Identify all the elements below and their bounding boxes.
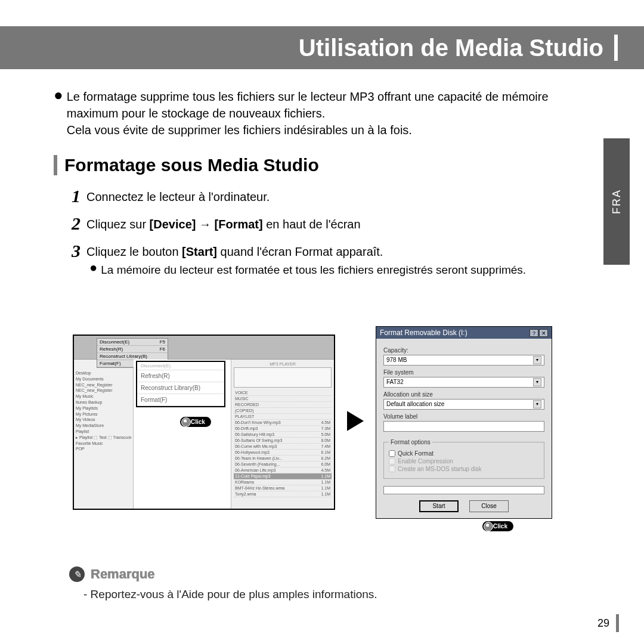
volume-label-label: Volume label: [383, 413, 544, 420]
intro-paragraph: ● Le formatage supprime tous les fichier…: [54, 88, 587, 138]
step-number-2: 2: [72, 215, 80, 234]
chevron-down-icon: ▾: [533, 378, 541, 386]
note-icon: ✎: [69, 566, 85, 582]
capacity-label: Capacity:: [383, 347, 544, 354]
file-rows: VOICEMUSICRECORDED(COPIED)PLAYLIST06-Don…: [234, 390, 332, 497]
app-toolbar: Disconnect(E)F5Refresh(R)F6Reconstruct L…: [74, 336, 334, 360]
progress-bar: [383, 486, 544, 494]
start-button[interactable]: Start: [419, 500, 459, 512]
format-options-group: Format options Quick Format Enable Compr…: [383, 439, 544, 479]
chevron-down-icon: ▾: [533, 356, 541, 364]
step-3-text: Cliquez le bouton [Start] quand l'écran …: [86, 242, 383, 261]
dropdown-menu[interactable]: Disconnect(E)Refresh(R)Reconstruct Libra…: [136, 361, 225, 407]
bullet-icon: ●: [89, 261, 97, 279]
format-options-legend: Format options: [389, 439, 432, 445]
svg-marker-0: [347, 411, 364, 431]
step-number-3: 3: [72, 242, 80, 261]
close-button[interactable]: Close: [469, 500, 509, 512]
arrow-right-icon: [347, 410, 364, 434]
quick-format-checkbox[interactable]: Quick Format: [389, 450, 539, 457]
intro-line-2: Cela vous évite de supprimer les fichier…: [67, 123, 412, 137]
figures-row: Disconnect(E)F5Refresh(R)F6Reconstruct L…: [73, 321, 566, 524]
msdos-startup-checkbox: Create an MS-DOS startup disk: [389, 466, 539, 472]
click-callout: Click: [482, 521, 513, 531]
intro-line-1: Le formatage supprime tous les fichiers …: [67, 90, 549, 120]
middle-panel: Disconnect(E)Refresh(R)Reconstruct Libra…: [134, 360, 231, 510]
section-heading: Formatage sous Media Studio: [54, 155, 319, 175]
format-dialog: Format Removable Disk (I:) ?✕ Capacity: …: [376, 326, 552, 519]
dialog-title-text: Format Removable Disk (I:): [380, 329, 467, 337]
dialog-titlebar: Format Removable Disk (I:) ?✕: [376, 327, 552, 339]
enable-compression-checkbox: Enable Compression: [389, 458, 539, 465]
chevron-down-icon: ▾: [533, 400, 541, 408]
steps-list: 1 Connectez le lecteur à l'ordinateur. 2…: [72, 187, 587, 287]
folder-tree: DesktopMy Documents NEC_new_Register NEC…: [74, 360, 134, 510]
step-3-sub: La mémoire du lecteur est formatée et to…: [101, 261, 526, 279]
close-icon[interactable]: ✕: [539, 329, 548, 337]
file-list-panel: MP3 PLAYER VOICEMUSICRECORDED(COPIED)PLA…: [231, 360, 334, 510]
filesystem-select[interactable]: FAT32▾: [383, 377, 544, 388]
allocation-select[interactable]: Default allocation size▾: [383, 399, 544, 410]
heading-divider: [54, 155, 57, 175]
step-1-text: Connectez le lecteur à l'ordinateur.: [86, 187, 270, 206]
filesystem-label: File system: [383, 369, 544, 376]
capacity-select[interactable]: 978 MB▾: [383, 355, 544, 366]
step-number-1: 1: [72, 187, 80, 206]
note-heading: ✎ Remarque: [69, 566, 155, 582]
player-label: MP3 PLAYER: [234, 362, 332, 367]
media-studio-screenshot: Disconnect(E)F5Refresh(R)F6Reconstruct L…: [73, 335, 335, 510]
device-thumbnail: [234, 367, 332, 388]
allocation-label: Allocation unit size: [383, 391, 544, 398]
page-number: 29: [597, 617, 609, 630]
page-header: Utilisation de Media Studio: [0, 26, 644, 69]
step-2-text: Cliquez sur [Device] → [Format] en haut …: [86, 215, 361, 234]
click-callout: Click: [180, 417, 211, 427]
bullet-icon: ●: [54, 88, 63, 138]
note-text: - Reportez-vous à l'Aide pour de plus am…: [83, 588, 377, 601]
section-title: Formatage sous Media Studio: [64, 155, 319, 175]
help-icon[interactable]: ?: [530, 329, 538, 337]
page-title: Utilisation de Media Studio: [299, 35, 603, 61]
header-divider: [614, 35, 618, 61]
language-tab: FRA: [603, 138, 630, 265]
note-label: Remarque: [91, 566, 155, 582]
titlebar-buttons: ?✕: [529, 329, 548, 337]
page-number-divider: [616, 614, 619, 632]
volume-label-input[interactable]: [383, 421, 544, 432]
